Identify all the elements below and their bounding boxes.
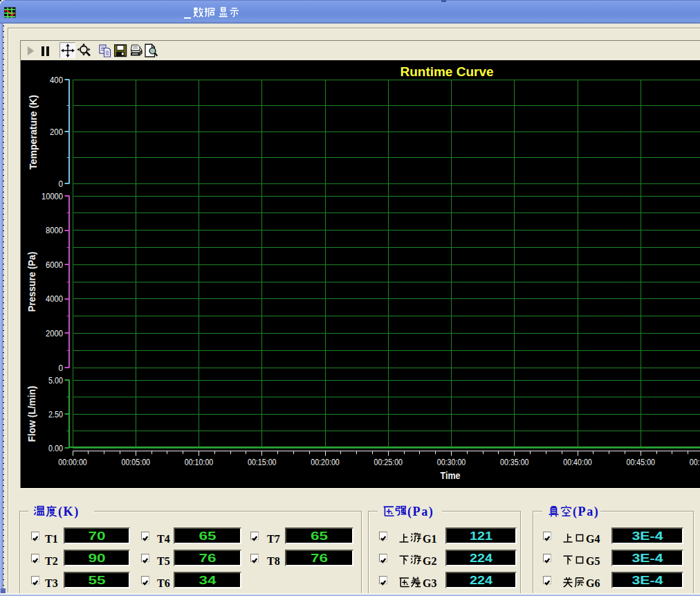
svg-text:00:45:00: 00:45:00 xyxy=(627,457,656,467)
svg-text:00:25:00: 00:25:00 xyxy=(374,457,403,467)
svg-text:76: 76 xyxy=(199,552,217,564)
svg-text:6000: 6000 xyxy=(46,260,63,270)
svg-text:0: 0 xyxy=(59,363,64,373)
svg-text:00:40:00: 00:40:00 xyxy=(563,457,592,467)
svg-text:70: 70 xyxy=(89,530,106,542)
svg-text:Temperature (K): Temperature (K) xyxy=(28,95,39,170)
svg-text:Flow (L/min): Flow (L/min) xyxy=(26,386,37,442)
svg-text:10000: 10000 xyxy=(42,191,63,201)
svg-text:00:20:00: 00:20:00 xyxy=(311,457,340,467)
svg-text:00:30:00: 00:30:00 xyxy=(437,457,466,467)
svg-text:00:05:00: 00:05:00 xyxy=(122,457,151,467)
svg-text:3E-4: 3E-4 xyxy=(632,575,663,586)
svg-text:65: 65 xyxy=(199,530,217,542)
svg-text:65: 65 xyxy=(311,530,328,542)
svg-text:8000: 8000 xyxy=(46,225,63,235)
svg-text:Runtime Curve: Runtime Curve xyxy=(400,65,494,79)
svg-text:0: 0 xyxy=(59,179,64,189)
svg-text:3E-4: 3E-4 xyxy=(632,530,663,542)
svg-text:55: 55 xyxy=(89,575,106,586)
svg-text:200: 200 xyxy=(50,127,63,137)
svg-text:224: 224 xyxy=(470,575,492,586)
svg-text:90: 90 xyxy=(89,552,106,564)
svg-text:224: 224 xyxy=(470,552,492,564)
svg-text:4000: 4000 xyxy=(46,294,63,304)
svg-text:00:00:00: 00:00:00 xyxy=(58,457,87,467)
svg-text:2000: 2000 xyxy=(46,328,63,338)
svg-text:121: 121 xyxy=(470,530,492,542)
svg-text:5.00: 5.00 xyxy=(48,375,63,386)
svg-text:Time: Time xyxy=(441,470,461,481)
svg-text:00:10:00: 00:10:00 xyxy=(185,457,214,467)
svg-text:00:35:00: 00:35:00 xyxy=(500,457,529,467)
svg-text:400: 400 xyxy=(50,75,63,85)
svg-text:0.00: 0.00 xyxy=(48,443,63,453)
svg-text:00:15:00: 00:15:00 xyxy=(248,457,277,467)
svg-text:76: 76 xyxy=(311,552,328,564)
svg-text:3E-4: 3E-4 xyxy=(632,552,663,564)
svg-text:34: 34 xyxy=(199,575,217,586)
svg-text:Pressure (Pa): Pressure (Pa) xyxy=(26,252,37,312)
svg-text:2.50: 2.50 xyxy=(48,409,63,419)
svg-text:00:50:00: 00:50:00 xyxy=(690,457,700,467)
